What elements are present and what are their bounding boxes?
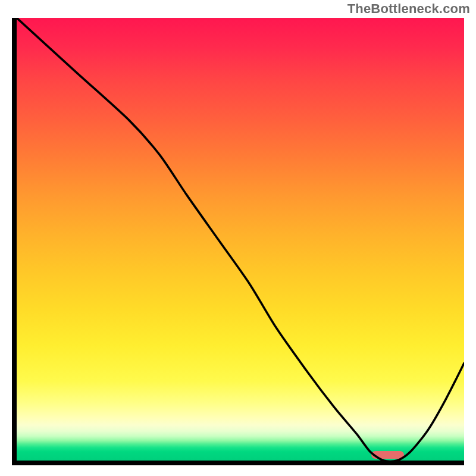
chart-stage: TheBottleneck.com <box>0 0 476 476</box>
watermark-label: TheBottleneck.com <box>347 1 470 17</box>
plot-area <box>12 18 464 465</box>
curve-svg <box>17 18 464 461</box>
bottleneck-curve <box>17 18 464 461</box>
